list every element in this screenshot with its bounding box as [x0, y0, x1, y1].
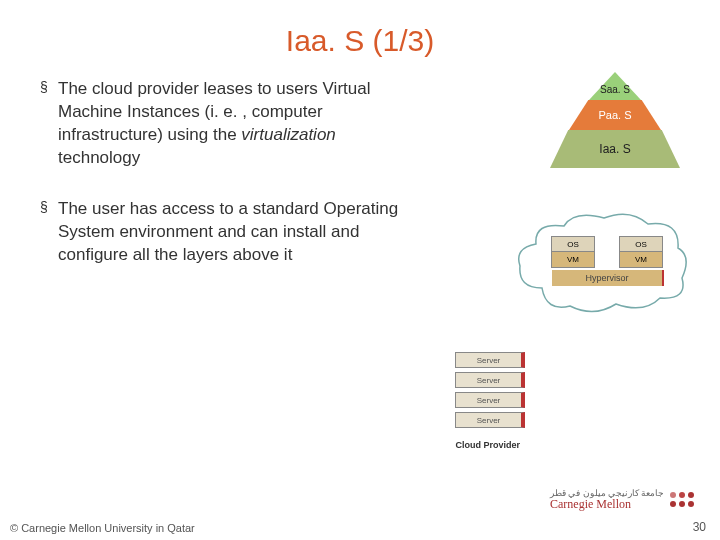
vm-box: VM [620, 252, 662, 267]
slide: Iaa. S (1/3) § The cloud provider leases… [0, 0, 720, 540]
pyramid-top-label: Saa. S [600, 84, 630, 95]
os-box: OS [552, 237, 594, 252]
vm-stack: OS VM [551, 236, 595, 268]
diagram-column: Saa. S Paa. S Iaa. S OS VM OS VM [417, 78, 690, 295]
server-stack: Server Server Server Server [455, 352, 525, 428]
text-column: § The cloud provider leases to users Vir… [40, 78, 417, 295]
bullet-2: § The user has access to a standard Oper… [40, 198, 417, 267]
cloud-diagram: OS VM OS VM Hypervisor [512, 208, 692, 318]
logo: جامعة كارنيجي ميلون في قطر Carnegie Mell… [550, 489, 694, 510]
page-number: 30 [693, 520, 706, 534]
pyramid-diagram: Saa. S Paa. S Iaa. S [550, 72, 680, 172]
vm-stack: OS VM [619, 236, 663, 268]
content-row: § The cloud provider leases to users Vir… [0, 78, 720, 295]
logo-text: جامعة كارنيجي ميلون في قطر Carnegie Mell… [550, 489, 664, 510]
server-box: Server [455, 352, 525, 368]
server-box: Server [455, 392, 525, 408]
vm-row: OS VM OS VM [540, 236, 674, 268]
bullet-text: The cloud provider leases to users Virtu… [58, 78, 417, 170]
os-box: OS [620, 237, 662, 252]
cloud-provider-label: Cloud Provider [455, 440, 520, 450]
server-box: Server [455, 372, 525, 388]
footer-copyright: © Carnegie Mellon University in Qatar [10, 522, 195, 534]
bullet-marker: § [40, 78, 58, 170]
vm-box: VM [552, 252, 594, 267]
logo-dots-icon [670, 492, 694, 507]
slide-title: Iaa. S (1/3) [0, 0, 720, 78]
pyramid-mid: Paa. S [569, 100, 661, 130]
pyramid-bot: Iaa. S [550, 130, 680, 168]
bullet-1: § The cloud provider leases to users Vir… [40, 78, 417, 170]
logo-english: Carnegie Mellon [550, 498, 664, 510]
bullet-marker: § [40, 198, 58, 267]
hypervisor-box: Hypervisor [552, 270, 664, 286]
bullet-text: The user has access to a standard Operat… [58, 198, 417, 267]
server-box: Server [455, 412, 525, 428]
